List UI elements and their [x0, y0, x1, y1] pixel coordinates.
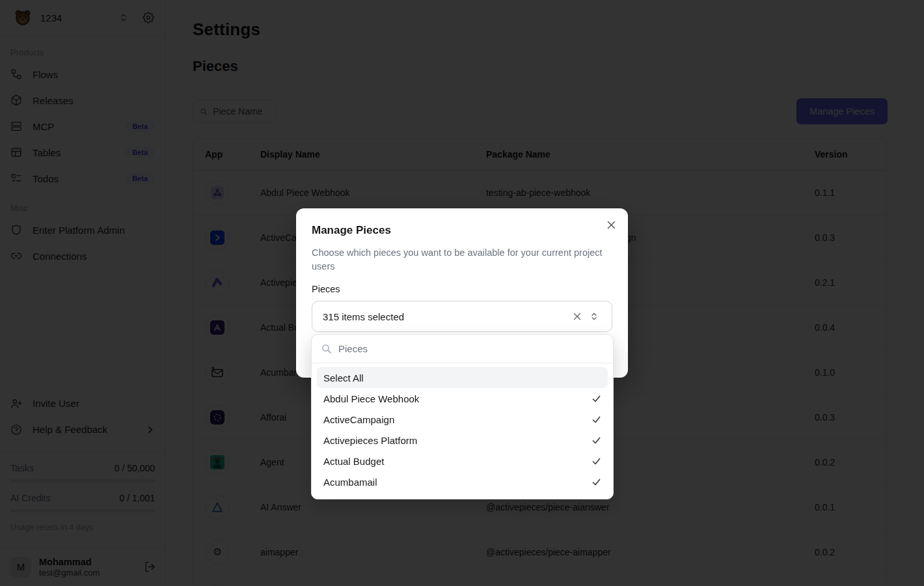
option-label: Acumbamail	[323, 477, 377, 488]
pieces-dropdown: Select All Abdul Piece Webhook ActiveCam…	[311, 334, 614, 499]
check-icon	[591, 477, 601, 487]
option-label: Actual Budget	[323, 456, 384, 467]
pieces-multiselect[interactable]: 315 items selected	[312, 301, 612, 332]
dropdown-options-list: Select All Abdul Piece Webhook ActiveCam…	[312, 363, 613, 499]
dropdown-option[interactable]: Abdul Piece Webhook	[317, 388, 608, 409]
dropdown-option[interactable]: ActiveCampaign	[317, 409, 608, 430]
modal-title: Manage Pieces	[312, 224, 612, 237]
pieces-field-label: Pieces	[312, 284, 612, 294]
check-icon	[591, 436, 601, 445]
option-label: Activepieces Platform	[323, 435, 417, 446]
dropdown-option[interactable]: Actual Budget	[317, 451, 608, 471]
dropdown-option[interactable]: Acumbamail	[317, 471, 608, 492]
option-label: Select All	[323, 372, 364, 384]
search-icon	[321, 343, 332, 354]
option-label: Abdul Piece Webhook	[323, 393, 419, 404]
option-label: ActiveCampaign	[323, 414, 394, 425]
chevrons-up-down-icon[interactable]	[586, 308, 603, 325]
modal-description: Choose which pieces you want to be avail…	[312, 246, 605, 273]
check-icon	[591, 415, 601, 425]
dropdown-option[interactable]: Activepieces Platform	[317, 430, 608, 451]
dropdown-search-input[interactable]	[338, 343, 604, 354]
dropdown-search-row[interactable]	[312, 335, 613, 363]
selected-count: 315 items selected	[323, 311, 569, 322]
check-icon	[591, 456, 601, 466]
check-icon	[591, 394, 601, 404]
close-icon[interactable]	[606, 220, 616, 230]
clear-selection-icon[interactable]	[569, 308, 586, 325]
select-all-option[interactable]: Select All	[317, 367, 608, 388]
